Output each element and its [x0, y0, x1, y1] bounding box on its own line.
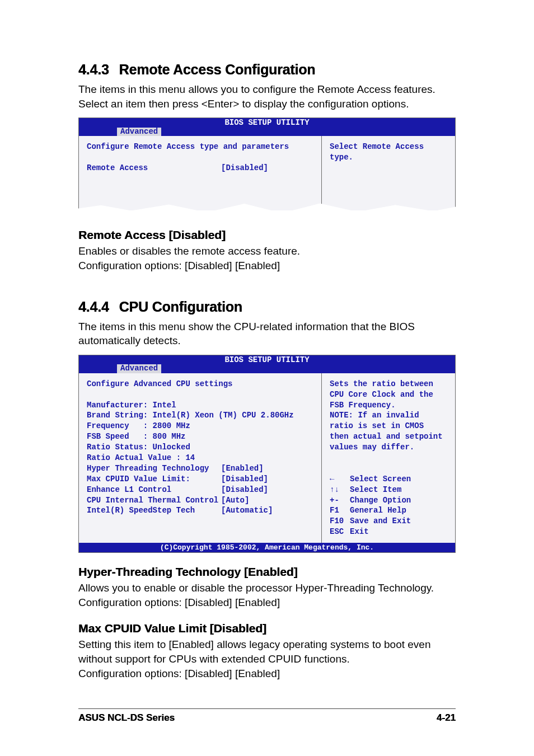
bios-key-save-exit: F10Save and Exit — [330, 516, 447, 527]
key-desc: Change Option — [350, 495, 411, 506]
key-desc: Save and Exit — [350, 516, 411, 527]
bios-left-panel: Configure Remote Access type and paramet… — [79, 136, 322, 210]
bios-title: BIOS SETUP UTILITY Advanced — [79, 118, 455, 136]
footer-right: 4-21 — [437, 712, 456, 724]
max-cpuid-desc1: Setting this item to [Enabled] allows le… — [78, 637, 456, 666]
key-icon: F1 — [330, 505, 350, 516]
bios-item-thermal[interactable]: CPU Internal Thermal Control[Auto] — [87, 495, 313, 506]
remote-access-desc1: Enables or disables the remote access fe… — [78, 244, 456, 259]
bios-remote-access-screenshot: BIOS SETUP UTILITY Advanced Configure Re… — [78, 118, 456, 210]
remote-access-desc2: Configuration options: [Disabled] [Enabl… — [78, 259, 456, 273]
bios-item-enhance-l1[interactable]: Enhance L1 Control[Disabled] — [87, 485, 313, 495]
bios-item-label: CPU Internal Thermal Control — [87, 495, 221, 506]
section-heading-443: 4.4.3Remote Access Configuration — [78, 62, 456, 78]
bios-help-text: Sets the ratio between CPU Core Clock an… — [330, 379, 447, 452]
key-desc: Select Screen — [350, 474, 411, 485]
bios-brand: Brand String: Intel(R) Xeon (TM) CPU 2.8… — [87, 411, 294, 420]
bios-ratio-status: Ratio Status: Unlocked — [87, 443, 190, 452]
bios-config-heading: Configure Remote Access type and paramet… — [87, 142, 289, 151]
max-cpuid-desc2: Configuration options: [Disabled] [Enabl… — [78, 666, 456, 681]
bios-item-hyperthreading[interactable]: Hyper Threading Technology[Enabled] — [87, 463, 313, 474]
section-heading-444: 4.4.4CPU Configuration — [78, 299, 456, 315]
key-icon: ← — [330, 474, 350, 485]
bios-key-change-option: +-Change Option — [330, 495, 447, 506]
bios-manufacturer: Manufacturer: Intel — [87, 401, 176, 410]
bios-cpu-heading: Configure Advanced CPU settings — [87, 379, 232, 388]
hyperthreading-desc1: Allows you to enable or disable the proc… — [78, 581, 456, 595]
bios-item-speedstep[interactable]: Intel(R) SpeedStep Tech[Automatic] — [87, 505, 313, 516]
bios-item-label: Remote Access — [87, 163, 221, 173]
section-title: Remote Access Configuration — [119, 62, 316, 77]
bios-help-panel: Select Remote Access type. — [322, 136, 455, 210]
subheading-max-cpuid: Max CPUID Value Limit [Disabled] — [78, 622, 456, 635]
bios-title-text: BIOS SETUP UTILITY — [79, 119, 455, 127]
bios-item-label: Enhance L1 Control — [87, 485, 221, 495]
section-number: 4.4.3 — [78, 62, 109, 77]
bios-item-value: [Auto] — [221, 496, 249, 505]
section-443-intro: The items in this menu allows you to con… — [78, 82, 456, 111]
bios-tab-advanced: Advanced — [117, 128, 161, 136]
bios-left-panel: Configure Advanced CPU settings Manufact… — [79, 373, 322, 543]
key-icon: ESC — [330, 527, 350, 537]
bios-item-value: [Disabled] — [221, 475, 268, 483]
key-desc: Exit — [350, 527, 369, 537]
key-icon: ↑↓ — [330, 485, 350, 495]
bios-item-remote-access[interactable]: Remote Access[Disabled] — [87, 163, 313, 173]
key-desc: General Help — [350, 505, 406, 516]
bios-copyright: (C)Copyright 1985-2002, American Megatre… — [79, 543, 455, 552]
bios-item-label: Max CPUID Value Limit: — [87, 474, 221, 485]
bios-help-panel: Sets the ratio between CPU Core Clock an… — [322, 373, 455, 543]
key-desc: Select Item — [350, 485, 401, 495]
bios-key-select-screen: ←Select Screen — [330, 474, 447, 485]
bios-ratio-actual: Ratio Actual Value : 14 — [87, 453, 195, 462]
key-icon: +- — [330, 495, 350, 506]
bios-item-value: [Automatic] — [221, 506, 273, 515]
bios-item-label: Hyper Threading Technology — [87, 463, 221, 474]
page-footer: ASUS NCL-DS Series 4-21 — [78, 708, 456, 724]
bios-title-text: BIOS SETUP UTILITY — [79, 356, 455, 364]
bios-item-value: [Enabled] — [221, 464, 264, 473]
bios-key-general-help: F1General Help — [330, 505, 447, 516]
subheading-remote-access: Remote Access [Disabled] — [78, 228, 456, 242]
bios-item-value: [Disabled] — [221, 163, 268, 172]
section-number: 4.4.4 — [78, 299, 109, 314]
subheading-hyperthreading: Hyper-Threading Technology [Enabled] — [78, 565, 456, 579]
key-icon: F10 — [330, 516, 350, 527]
bios-title: BIOS SETUP UTILITY Advanced — [79, 355, 455, 373]
bios-frequency: Frequency : 2800 MHz — [87, 421, 190, 430]
section-444-intro: The items in this menu show the CPU-rela… — [78, 320, 456, 348]
bios-item-max-cpuid[interactable]: Max CPUID Value Limit:[Disabled] — [87, 474, 313, 485]
footer-left: ASUS NCL-DS Series — [78, 712, 175, 724]
bios-item-label: Intel(R) SpeedStep Tech — [87, 505, 221, 516]
bios-fsb: FSB Speed : 800 MHz — [87, 432, 185, 441]
bios-tab-advanced: Advanced — [117, 364, 161, 373]
bios-key-exit: ESCExit — [330, 527, 447, 537]
hyperthreading-desc2: Configuration options: [Disabled] [Enabl… — [78, 595, 456, 610]
section-title: CPU Configuration — [119, 299, 242, 314]
bios-item-value: [Disabled] — [221, 485, 268, 494]
bios-key-select-item: ↑↓Select Item — [330, 485, 447, 495]
bios-cpu-screenshot: BIOS SETUP UTILITY Advanced Configure Ad… — [78, 355, 456, 553]
